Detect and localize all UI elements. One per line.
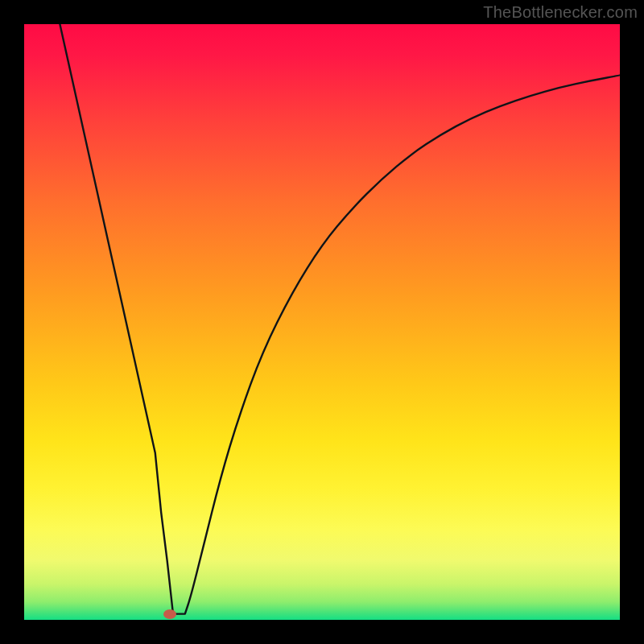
- plot-area: [24, 24, 620, 620]
- chart-frame: TheBottlenecker.com: [0, 0, 644, 644]
- watermark-label: TheBottlenecker.com: [483, 3, 638, 22]
- optimal-point-marker: [163, 609, 176, 619]
- bottleneck-curve-path: [60, 24, 620, 614]
- bottleneck-curve: [24, 24, 620, 620]
